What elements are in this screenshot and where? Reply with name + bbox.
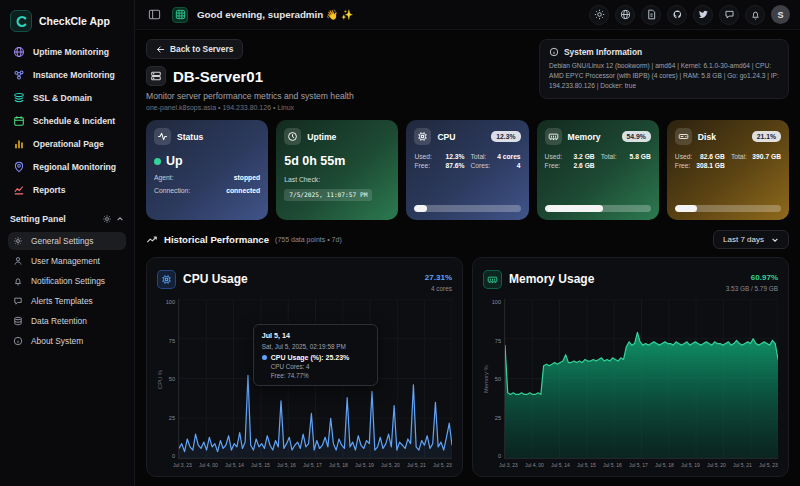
theme-toggle-button[interactable]: [589, 5, 609, 25]
sidebar-item-operational-page[interactable]: Operational Page: [8, 134, 126, 154]
memory-usage-card: Memory Usage 60.97% 3.53 GB / 5.79 GB Me…: [472, 257, 789, 477]
database-icon: [13, 316, 23, 326]
cpu-chip-icon: [157, 270, 176, 289]
info-icon: [13, 336, 23, 346]
sidebar-item-about-system[interactable]: About System: [8, 332, 126, 350]
feedback-button[interactable]: [719, 5, 739, 25]
uptime-card: Uptime 5d 0h 55m Last Check: 7/5/2025, 1…: [276, 120, 398, 220]
memory-current-stat: 60.97%: [751, 273, 778, 282]
server-header: Back to Servers DB-Server01 Monitor serv…: [146, 39, 354, 111]
history-header-row: Historical Performance (755 data points …: [146, 230, 789, 249]
memory-y-axis-ticks: 1007550250: [489, 299, 504, 459]
memory-x-axis-labels: Jul 3, 23Jul 4, 00Jul 5, 14Jul 5, 15Jul …: [483, 459, 778, 468]
history-meta: (755 data points • 7d): [275, 236, 342, 243]
sidebar-item-label: User Management: [31, 256, 100, 266]
grid-icon: [175, 9, 186, 20]
sidebar-item-label: Uptime Monitoring: [33, 47, 109, 57]
settings-panel-controls[interactable]: [102, 214, 124, 224]
memory-y-axis-label: Memory %: [483, 299, 489, 459]
cpu-current-stat: 27.31%: [425, 273, 452, 282]
history-title: Historical Performance: [164, 234, 269, 245]
sidebar-item-notification-settings[interactable]: Notification Settings: [8, 272, 126, 290]
page-content: Back to Servers DB-Server01 Monitor serv…: [135, 30, 800, 486]
sidebar-item-ssl-domain[interactable]: SSL & Domain: [8, 88, 126, 108]
sidebar-item-label: Operational Page: [33, 139, 104, 149]
memory-progress-bar: [545, 205, 651, 212]
sidebar-item-data-retention[interactable]: Data Retention: [8, 312, 126, 330]
disk-card: Disk 21.1% Used:82.6 GB Total:390.7 GB F…: [667, 120, 789, 220]
cpu-y-axis-ticks: 1007550250: [163, 299, 178, 459]
status-value: Up: [166, 154, 183, 168]
cpu-x-axis-labels: Jul 3, 23Jul 4, 00Jul 5, 14Jul 5, 15Jul …: [157, 459, 452, 468]
back-to-servers-button[interactable]: Back to Servers: [146, 39, 243, 59]
language-button[interactable]: [615, 5, 635, 25]
user-avatar[interactable]: S: [771, 5, 790, 24]
cpu-cores-stat: 4 cores: [425, 285, 452, 292]
docs-button[interactable]: [641, 5, 661, 25]
agent-status: stopped: [234, 174, 260, 181]
arrow-left-icon: [156, 45, 165, 54]
charts-row: CPU Usage 27.31% 4 cores CPU % 100755025…: [146, 257, 789, 477]
bell-icon: [13, 276, 23, 286]
chart-tooltip: Jul 5, 14 Sat, Jul 5, 2025, 02:19:58 PM …: [253, 324, 378, 386]
cluster-icon: [13, 69, 25, 81]
time-range-value: Last 7 days: [723, 235, 764, 244]
report-chart-icon: [13, 184, 25, 196]
status-up-dot: [154, 158, 161, 165]
sidebar-item-label: Regional Monitoring: [33, 162, 116, 172]
series-dot: [262, 355, 267, 360]
chat-bubble-icon: [724, 9, 735, 20]
system-information-details: Debian GNU/Linux 12 (bookworm) | amd64 |…: [549, 61, 779, 91]
cpu-y-axis-label: CPU %: [157, 299, 163, 459]
sidebar-item-alerts-templates[interactable]: Alerts Templates: [8, 292, 126, 310]
chevron-down-icon: [771, 236, 779, 244]
sidebar-item-instance-monitoring[interactable]: Instance Monitoring: [8, 65, 126, 85]
document-icon: [646, 9, 657, 20]
last-check-timestamp: 7/5/2025, 11:07:57 PM: [284, 189, 372, 201]
cpu-usage-chart: Jul 5, 14 Sat, Jul 5, 2025, 02:19:58 PM …: [178, 299, 452, 459]
bar-chart-icon: [13, 138, 25, 150]
disk-progress-fill: [675, 205, 697, 212]
chat-bubble-icon: [13, 296, 23, 306]
app-grid-button[interactable]: [172, 7, 188, 23]
calendar-icon: [13, 115, 25, 127]
settings-nav: General Settings User Management Notific…: [8, 232, 126, 350]
memory-usage-chart: [504, 299, 778, 459]
connection-status: connected: [226, 187, 260, 194]
status-card: Status Up Agent:stopped Connection:conne…: [146, 120, 268, 220]
sidebar-item-regional-monitoring[interactable]: Regional Monitoring: [8, 157, 126, 177]
disk-percent-badge: 21.1%: [752, 131, 781, 142]
globe-icon: [13, 46, 25, 58]
cpu-usage-card: CPU Usage 27.31% 4 cores CPU % 100755025…: [146, 257, 463, 477]
github-button[interactable]: [667, 5, 687, 25]
cpu-progress-bar: [414, 205, 520, 212]
sidebar-item-reports[interactable]: Reports: [8, 180, 126, 200]
sidebar-item-label: Reports: [33, 185, 65, 195]
memory-chart-title: Memory Usage: [509, 272, 594, 286]
sidebar-toggle-button[interactable]: [145, 6, 163, 24]
twitter-button[interactable]: [693, 5, 713, 25]
sidebar-item-label: SSL & Domain: [33, 93, 92, 103]
notifications-button[interactable]: [745, 5, 765, 25]
disk-icon: [675, 128, 692, 145]
time-range-select[interactable]: Last 7 days: [713, 230, 789, 249]
memory-usage-stat: 3.53 GB / 5.79 GB: [726, 285, 778, 292]
sidebar-item-user-management[interactable]: User Management: [8, 252, 126, 270]
system-information-card: System Information Debian GNU/Linux 12 (…: [539, 39, 789, 99]
cpu-card: CPU 12.3% Used:12.3% Total:4 cores Free:…: [406, 120, 528, 220]
system-information-title: System Information: [564, 47, 642, 57]
main-area: Good evening, superadmin 👋 ✨ S Back to S…: [135, 0, 800, 486]
trend-icon: [146, 234, 158, 246]
metric-cards: Status Up Agent:stopped Connection:conne…: [146, 120, 789, 220]
cpu-chip-icon: [414, 128, 431, 145]
sidebar-item-general-settings[interactable]: General Settings: [8, 232, 126, 250]
greeting-text: Good evening, superadmin 👋 ✨: [197, 9, 353, 20]
layers-icon: [13, 92, 25, 104]
github-icon: [672, 9, 683, 20]
sidebar-item-schedule-incident[interactable]: Schedule & Incident: [8, 111, 126, 131]
sun-icon: [594, 9, 605, 20]
activity-icon: [154, 128, 171, 145]
map-pin-icon: [13, 161, 25, 173]
sidebar-item-uptime-monitoring[interactable]: Uptime Monitoring: [8, 42, 126, 62]
app-logo-icon: [10, 10, 32, 32]
